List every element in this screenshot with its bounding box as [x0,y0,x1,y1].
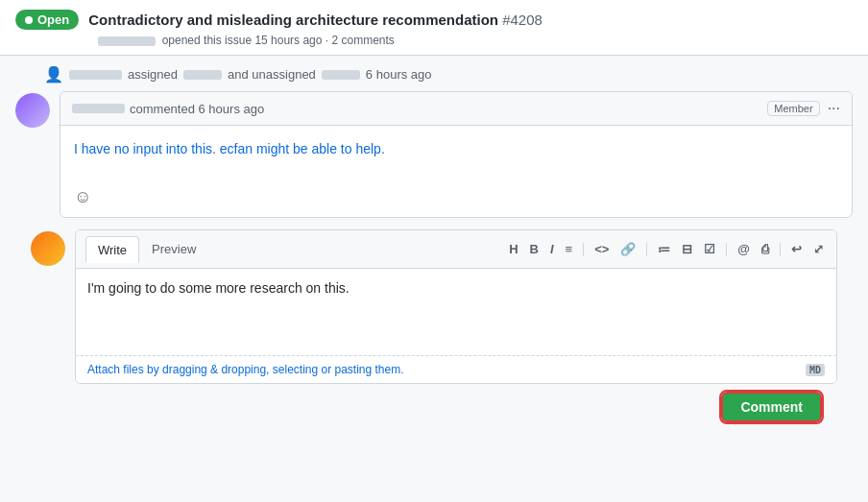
issue-title: Contradictory and misleading architectur… [88,12,542,28]
issue-meta: opened this issue 15 hours ago · 2 comme… [98,34,853,47]
unassignee-name [322,70,360,80]
more-options-icon[interactable]: ··· [828,100,840,117]
assignor-name [69,70,122,80]
unordered-list-icon[interactable]: ≔ [655,240,673,258]
open-badge: Open [15,10,79,30]
write-area-container: Write Preview H B I ≡ <> 🔗 ≔ ⊟ [75,229,837,426]
assignee-name [183,70,222,80]
markdown-badge: MD [806,364,825,376]
toolbar-sep-2 [646,243,647,256]
open-badge-label: Open [37,12,69,27]
mention-icon[interactable]: @ [735,240,753,258]
comment-header: commented 6 hours ago Member ··· [60,92,852,126]
toolbar-sep-1 [583,243,584,256]
write-textarea[interactable]: I'm going to do some more research on th… [76,269,836,355]
toolbar-sep-3 [726,243,727,256]
person-icon: 👤 [44,65,63,84]
assignment-row: 👤 assigned and unassigned 6 hours ago [44,56,853,91]
bold-icon[interactable]: B [527,240,542,258]
comment-submit-row: Comment [75,384,837,426]
tab-group: Write Preview [85,236,208,262]
italic-icon[interactable]: I [547,240,557,258]
toolbar-sep-4 [780,243,781,256]
write-tabs: Write Preview H B I ≡ <> 🔗 ≔ ⊟ [76,230,836,269]
comment-submit-button[interactable]: Comment [721,392,822,422]
comment-header-right: Member ··· [767,100,840,117]
author-avatar-blurred [98,36,156,46]
ordered-list-icon[interactable]: ⊟ [679,240,695,258]
comment-block: commented 6 hours ago Member ··· I have … [15,91,853,218]
heading-icon[interactable]: H [506,240,520,258]
activity-area: 👤 assigned and unassigned 6 hours ago co… [0,56,868,440]
write-box: Write Preview H B I ≡ <> 🔗 ≔ ⊟ [75,229,837,384]
smile-emoji: ☺ [74,187,91,206]
list-icon[interactable]: ≡ [563,240,576,258]
tab-write[interactable]: Write [85,236,139,263]
issue-header: Open Contradictory and misleading archit… [0,0,868,56]
member-badge: Member [767,101,819,116]
toolbar-icons: H B I ≡ <> 🔗 ≔ ⊟ ☑ @ ⎙ [506,240,827,258]
comment-card: commented 6 hours ago Member ··· I have … [60,91,853,218]
tab-preview[interactable]: Preview [139,236,208,262]
write-area-outer: Write Preview H B I ≡ <> 🔗 ≔ ⊟ [15,229,853,440]
open-dot-icon [25,16,33,24]
comment-text: I have no input into this. ecfan might b… [74,141,385,156]
comment-header-left: commented 6 hours ago [72,102,264,116]
ref-icon[interactable]: ⎙ [759,240,772,258]
attach-text: Attach files by dragging & dropping, sel… [87,363,404,376]
comment-body: I have no input into this. ecfan might b… [60,126,852,183]
link-icon[interactable]: 🔗 [617,240,639,258]
task-list-icon[interactable]: ☑ [701,240,718,258]
attach-bar: Attach files by dragging & dropping, sel… [76,355,836,383]
issue-number: #4208 [502,12,542,28]
emoji-reaction-row[interactable]: ☺ [60,183,852,217]
commenter-avatar [15,93,50,128]
current-user-avatar [31,231,65,266]
undo-icon[interactable]: ↩ [788,240,805,258]
code-icon[interactable]: <> [591,240,612,258]
expand-icon[interactable]: ⤢ [810,240,827,258]
commenter-name [72,104,125,113]
issue-title-row: Open Contradictory and misleading archit… [15,10,853,30]
